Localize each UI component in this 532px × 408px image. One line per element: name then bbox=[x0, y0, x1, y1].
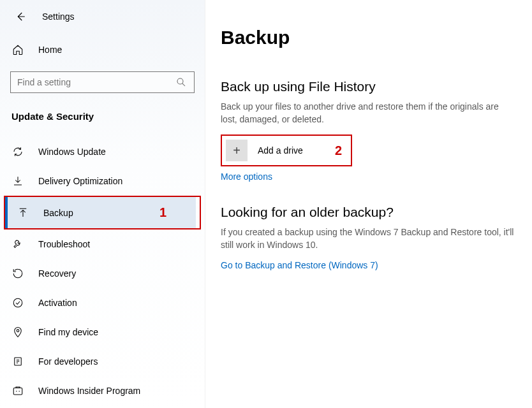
sidebar-item-label: Recovery bbox=[38, 268, 76, 279]
back-arrow-icon bbox=[14, 10, 27, 23]
home-icon bbox=[11, 43, 24, 56]
sidebar-item-label: Windows Update bbox=[38, 147, 106, 157]
goto-backup-restore-link[interactable]: Go to Backup and Restore (Windows 7) bbox=[221, 260, 378, 270]
svg-point-0 bbox=[177, 78, 183, 84]
sidebar-item-label: Find my device bbox=[38, 327, 98, 337]
search-icon bbox=[175, 76, 188, 89]
sidebar-item-windows-insider[interactable]: Windows Insider Program bbox=[0, 376, 205, 405]
svg-point-2 bbox=[17, 330, 19, 332]
search-box[interactable] bbox=[10, 71, 195, 93]
settings-sidebar: Settings Home Update & Security Windows … bbox=[0, 0, 205, 408]
main-content: Backup Back up using File History Back u… bbox=[205, 0, 532, 408]
sidebar-item-find-my-device[interactable]: Find my device bbox=[0, 317, 205, 347]
sidebar-item-label: Delivery Optimization bbox=[38, 176, 122, 186]
location-icon bbox=[11, 326, 24, 339]
sidebar-home-label: Home bbox=[38, 45, 62, 55]
sidebar-item-windows-update[interactable]: Windows Update bbox=[0, 137, 205, 166]
sidebar-item-label: For developers bbox=[38, 356, 98, 367]
plus-icon: + bbox=[226, 140, 248, 161]
section-older-backup-title: Looking for an older backup? bbox=[221, 205, 517, 220]
annotation-number-1: 1 bbox=[159, 205, 184, 220]
sidebar-item-for-developers[interactable]: For developers bbox=[0, 347, 205, 376]
developer-icon bbox=[11, 355, 24, 368]
back-button[interactable] bbox=[14, 10, 27, 23]
sidebar-item-label: Backup bbox=[43, 208, 73, 218]
sidebar-item-activation[interactable]: Activation bbox=[0, 288, 205, 317]
check-circle-icon bbox=[11, 296, 24, 309]
sidebar-item-label: Troubleshoot bbox=[38, 239, 90, 249]
recovery-icon bbox=[11, 267, 24, 280]
add-drive-button[interactable]: + Add a drive 2 bbox=[221, 135, 352, 166]
sidebar-item-recovery[interactable]: Recovery bbox=[0, 259, 205, 288]
section-older-backup-desc: If you created a backup using the Window… bbox=[221, 226, 514, 251]
sidebar-item-label: Windows Insider Program bbox=[38, 386, 140, 396]
more-options-link[interactable]: More options bbox=[221, 171, 272, 182]
sync-icon bbox=[11, 145, 24, 158]
annotation-box-1: Backup 1 bbox=[4, 196, 201, 229]
section-file-history-desc: Back up your files to another drive and … bbox=[221, 101, 514, 126]
sidebar-home[interactable]: Home bbox=[0, 36, 205, 64]
window-title: Settings bbox=[42, 11, 75, 22]
annotation-number-2: 2 bbox=[335, 143, 347, 158]
sidebar-item-label: Activation bbox=[38, 298, 77, 308]
page-title: Backup bbox=[221, 27, 517, 48]
sidebar-item-delivery-optimization[interactable]: Delivery Optimization bbox=[0, 166, 205, 196]
window-header: Settings bbox=[0, 8, 205, 36]
sidebar-item-backup[interactable]: Backup 1 bbox=[5, 197, 196, 228]
sidebar-item-troubleshoot[interactable]: Troubleshoot bbox=[0, 229, 205, 259]
svg-point-1 bbox=[13, 298, 22, 307]
svg-rect-4 bbox=[13, 388, 22, 395]
sidebar-category: Update & Security bbox=[0, 105, 205, 137]
search-input[interactable] bbox=[17, 77, 175, 87]
backup-arrow-icon bbox=[17, 207, 29, 219]
insider-icon bbox=[11, 384, 24, 397]
add-drive-label: Add a drive bbox=[258, 145, 303, 156]
download-icon bbox=[11, 175, 24, 187]
section-file-history-title: Back up using File History bbox=[221, 79, 517, 94]
wrench-icon bbox=[11, 238, 24, 251]
